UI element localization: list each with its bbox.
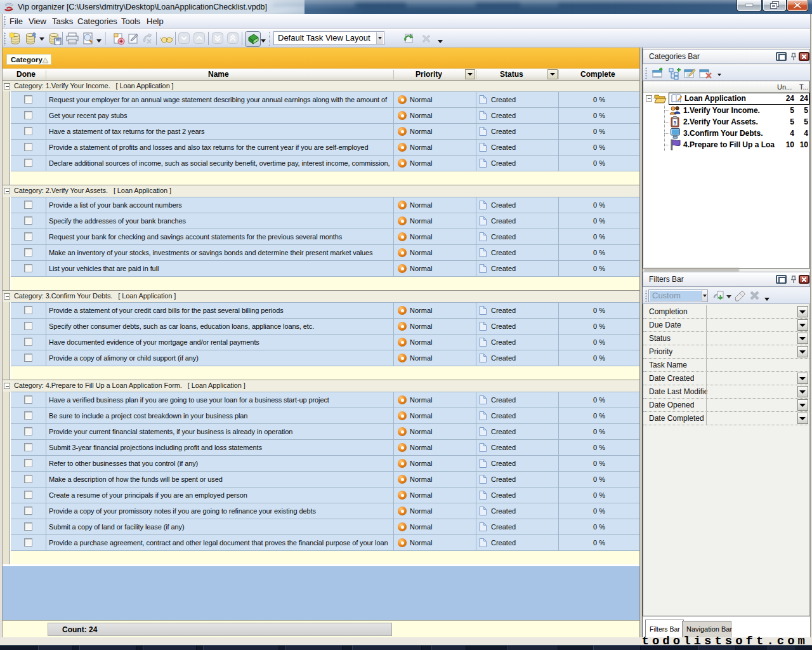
svg-text:5: 5 (674, 121, 676, 125)
